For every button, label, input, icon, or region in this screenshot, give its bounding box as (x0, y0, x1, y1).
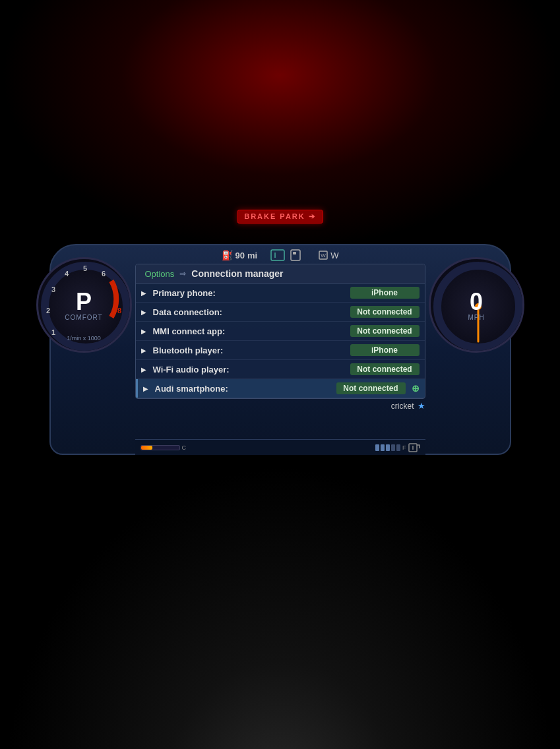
primary-phone-row[interactable]: ▶ Primary phone: iPhone (136, 284, 425, 303)
gear-letter: P (65, 289, 102, 313)
bar4 (391, 444, 395, 451)
bottom-right-indicators: F (375, 443, 420, 452)
row-arrow-icon: ▶ (141, 328, 149, 335)
carrier-name: cricket (391, 402, 414, 411)
f-label: F (402, 444, 406, 451)
temp-w-label: W (330, 251, 338, 260)
phone-connect-icon (270, 249, 285, 261)
brake-arrow: ➔ (309, 212, 316, 220)
svg-text:4: 4 (65, 270, 69, 278)
data-connection-row[interactable]: ▶ Data connection: Not connected (136, 303, 425, 322)
bar3 (386, 444, 390, 451)
audi-smartphone-value: Not connected (336, 382, 406, 394)
mmi-connect-value: Not connected (350, 325, 420, 337)
wifi-audio-label: Wi-Fi audio player: (153, 365, 346, 374)
speed-value: 0 (468, 289, 484, 313)
speed-display: 0 MPH (468, 289, 484, 320)
mmi-connect-label: MMI connect app: (153, 326, 346, 336)
bottom-left-indicators: C (140, 444, 187, 451)
audi-smartphone-row[interactable]: ▶ Audi smartphone: Not connected ⊕ (136, 379, 425, 398)
brake-park-indicator: BRAKE PARK ➔ (237, 210, 323, 224)
bluetooth-player-row[interactable]: ▶ Bluetooth player: iPhone (136, 341, 425, 360)
row-arrow-icon: ▶ (143, 385, 151, 392)
steering-wheel-area (0, 465, 560, 749)
speedometer-gauge: 0 MPH (429, 257, 524, 353)
options-label: Options (145, 269, 175, 279)
temp-w-indicator: W W (318, 250, 338, 260)
center-display: Options ⇒ Connection manager ▶ Primary p… (135, 264, 425, 432)
connection-manager-title: Connection manager (191, 268, 283, 279)
rpm-label: 1/min x 1000 (38, 335, 130, 342)
bar2 (381, 444, 385, 451)
primary-phone-label: Primary phone: (153, 288, 346, 298)
fuel-pump-icon: ⛽ (222, 250, 233, 260)
dashboard-cluster: ⛽ 90 mi W W (49, 244, 511, 455)
row-arrow-icon: ▶ (141, 347, 149, 354)
svg-rect-0 (271, 250, 284, 260)
temp-icon: W (318, 250, 328, 260)
tachometer-circle: 1 2 3 4 5 6 7 8 P COMFORT 1/min x 1000 (36, 257, 132, 353)
audi-smartphone-label: Audi smartphone: (155, 384, 332, 394)
row-arrow-icon: ▶ (141, 289, 149, 297)
speedometer-circle: 0 MPH (429, 257, 524, 353)
data-connection-value: Not connected (350, 306, 420, 318)
svg-rect-3 (293, 252, 296, 255)
bluetooth-icon: ★ (418, 401, 425, 411)
fuel-indicator: ⛽ 90 mi (222, 250, 258, 260)
fuel-value: 90 (235, 251, 245, 260)
row-arrow-icon: ▶ (141, 366, 149, 373)
svg-text:5: 5 (83, 264, 87, 272)
wifi-audio-row[interactable]: ▶ Wi-Fi audio player: Not connected (136, 360, 425, 379)
carrier-status-bar: cricket ★ (135, 401, 425, 411)
bottom-strip: C F (135, 439, 425, 455)
fuel-pump-small-icon (408, 443, 420, 452)
bluetooth-player-label: Bluetooth player: (153, 345, 346, 355)
top-info-bar: ⛽ 90 mi W W (135, 249, 425, 261)
c-label: C (182, 444, 187, 451)
svg-text:3: 3 (51, 285, 55, 293)
breadcrumb-arrow: ⇒ (179, 269, 186, 278)
green-plus-icon: ⊕ (412, 383, 420, 394)
tachometer-gauge: 1 2 3 4 5 6 7 8 P COMFORT 1/min x 1000 (36, 257, 132, 353)
gear-display: P COMFORT (65, 289, 102, 320)
bar5 (396, 444, 400, 451)
svg-text:2: 2 (46, 307, 50, 315)
primary-phone-value: iPhone (350, 287, 420, 299)
speed-unit: MPH (468, 313, 484, 320)
svg-text:8: 8 (117, 307, 121, 315)
fuel-bar-fill (141, 446, 152, 450)
battery-bars (375, 444, 400, 451)
wifi-audio-value: Not connected (350, 363, 420, 375)
svg-rect-2 (291, 250, 300, 260)
data-connection-label: Data connection: (153, 307, 346, 317)
gear-sub: COMFORT (65, 313, 102, 320)
sim-icon (290, 249, 305, 261)
connection-manager-header: Options ⇒ Connection manager (136, 264, 425, 284)
svg-text:6: 6 (102, 270, 106, 278)
fuel-unit: mi (247, 251, 257, 260)
connection-manager-panel: Options ⇒ Connection manager ▶ Primary p… (135, 264, 425, 399)
bar1 (375, 444, 379, 451)
bluetooth-player-value: iPhone (350, 344, 420, 356)
top-center-icons (270, 249, 305, 261)
svg-text:7: 7 (113, 285, 117, 293)
brake-label: BRAKE PARK (244, 212, 305, 220)
mmi-connect-row[interactable]: ▶ MMI connect app: Not connected (136, 322, 425, 341)
svg-text:W: W (321, 253, 326, 258)
row-arrow-icon: ▶ (141, 309, 149, 316)
fuel-bar-bg (140, 445, 180, 450)
